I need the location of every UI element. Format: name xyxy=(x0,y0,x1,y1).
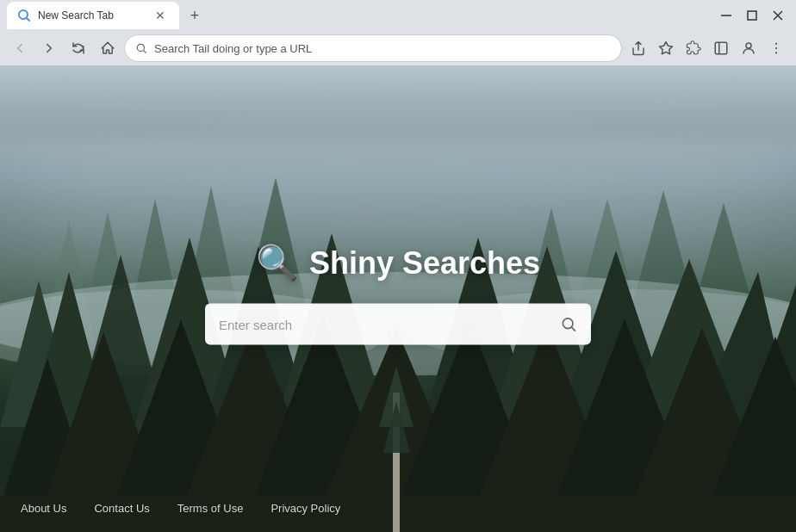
svg-rect-3 xyxy=(748,11,756,20)
svg-point-12 xyxy=(775,47,777,49)
refresh-button[interactable] xyxy=(65,35,91,61)
share-icon[interactable] xyxy=(625,35,651,61)
tab-title: New Search Tab xyxy=(38,9,145,22)
svg-rect-2 xyxy=(721,15,731,16)
svg-point-13 xyxy=(775,52,777,53)
window-controls xyxy=(715,8,789,23)
svg-line-1 xyxy=(27,18,29,21)
extensions-icon[interactable] xyxy=(681,35,706,61)
search-box xyxy=(205,304,591,345)
footer-link-about[interactable]: About Us xyxy=(21,502,66,515)
footer-link-contact[interactable]: Contact Us xyxy=(94,502,149,515)
svg-rect-8 xyxy=(715,42,727,54)
svg-point-10 xyxy=(746,43,751,48)
brand-title: 🔍 Shiny Searches xyxy=(256,243,540,283)
brand-name: Shiny Searches xyxy=(309,244,540,281)
new-tab-button[interactable]: + xyxy=(183,3,207,28)
maximize-button[interactable] xyxy=(741,8,763,23)
tab-favicon xyxy=(17,9,31,22)
profile-icon[interactable] xyxy=(736,35,762,61)
tab-close-button[interactable]: ✕ xyxy=(152,7,169,24)
svg-line-56 xyxy=(572,327,575,331)
footer-link-terms[interactable]: Terms of Use xyxy=(177,502,244,515)
search-input[interactable] xyxy=(219,317,560,331)
forward-button[interactable] xyxy=(36,35,62,61)
title-bar: New Search Tab ✕ + xyxy=(0,0,796,31)
active-tab[interactable]: New Search Tab ✕ xyxy=(7,2,179,29)
navigation-bar: Search Tail doing or type a URL xyxy=(0,31,796,65)
content-area: 🔍 Shiny Searches About Us Contact Us Ter… xyxy=(0,65,796,532)
svg-rect-54 xyxy=(0,65,796,203)
svg-point-11 xyxy=(775,43,777,45)
address-text: Search Tail doing or type a URL xyxy=(154,42,611,55)
home-button[interactable] xyxy=(95,35,121,61)
svg-line-7 xyxy=(144,51,146,53)
footer-link-privacy[interactable]: Privacy Policy xyxy=(271,502,340,515)
back-button[interactable] xyxy=(7,35,33,61)
minimize-button[interactable] xyxy=(715,8,737,23)
search-submit-button[interactable] xyxy=(560,316,577,333)
center-content: 🔍 Shiny Searches xyxy=(205,243,591,345)
footer-links: About Us Contact Us Terms of Use Privacy… xyxy=(0,502,796,515)
search-icon xyxy=(135,42,147,54)
toolbar-icons xyxy=(625,35,789,61)
browser-window: New Search Tab ✕ + xyxy=(0,0,796,532)
close-window-button[interactable] xyxy=(767,8,789,23)
bookmark-icon[interactable] xyxy=(653,35,679,61)
brand-icon: 🔍 xyxy=(256,243,299,283)
address-bar[interactable]: Search Tail doing or type a URL xyxy=(124,34,622,62)
sidebar-icon[interactable] xyxy=(708,35,734,61)
browser-chrome: New Search Tab ✕ + xyxy=(0,0,796,65)
menu-icon[interactable] xyxy=(763,35,789,61)
